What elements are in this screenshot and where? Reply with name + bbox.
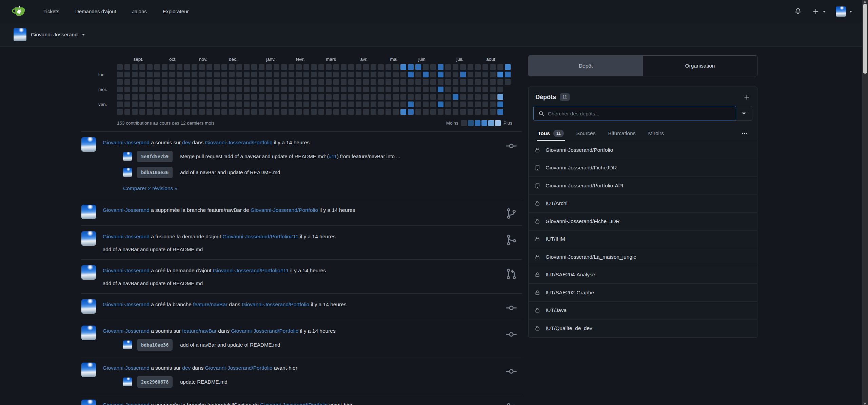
- navbar-item-explorateur[interactable]: Explorateur: [163, 8, 189, 14]
- heatmap-cell: [356, 87, 361, 92]
- repo-list-item[interactable]: IUT/IHM: [529, 231, 757, 248]
- repo-filter-more-button[interactable]: [741, 130, 748, 137]
- feed-link[interactable]: feature/navBar: [193, 301, 228, 307]
- repo-search-input[interactable]: [548, 111, 731, 116]
- actor-avatar[interactable]: [81, 326, 96, 340]
- repo-filter-bifurcations[interactable]: Bifurcations: [608, 126, 635, 141]
- feed-link[interactable]: Giovanni-Josserand/Portfolio: [260, 402, 328, 405]
- actor-avatar[interactable]: [81, 400, 96, 405]
- feed-link[interactable]: Giovanni-Josserand/Portfolio: [205, 140, 273, 145]
- feed-entry-header: Giovanni-Josserand a supprimée la branch…: [103, 206, 500, 214]
- heatmap-cell: [333, 87, 339, 92]
- commit-hash[interactable]: 2ec2960678: [137, 376, 173, 388]
- navbar-item-tickets[interactable]: Tickets: [43, 8, 59, 14]
- feed-link[interactable]: Giovanni-Josserand: [103, 140, 150, 145]
- actor-avatar[interactable]: [81, 363, 96, 377]
- gitea-logo[interactable]: [12, 4, 26, 19]
- heatmap-day-label: mer.: [98, 87, 107, 92]
- feed-link[interactable]: Giovanni-Josserand/Portfolio: [242, 301, 309, 307]
- actor-avatar[interactable]: [81, 231, 96, 246]
- compare-revisions-link[interactable]: Comparer 2 révisions »: [123, 185, 177, 192]
- scrollbar-down-arrow-icon[interactable]: [863, 403, 867, 405]
- scrollbar-thumb[interactable]: [863, 4, 867, 74]
- user-avatar: [836, 6, 846, 17]
- repo-filter-sources[interactable]: Sources: [576, 126, 596, 141]
- navbar-item-demandes-d-ajout[interactable]: Demandes d'ajout: [75, 8, 116, 14]
- repo-list-item[interactable]: IUT/SAE202-Graphe: [529, 284, 757, 302]
- actor-avatar[interactable]: [81, 299, 96, 314]
- repo-list-item[interactable]: IUT/SAE204-Analyse: [529, 266, 757, 284]
- heatmap-cell: [423, 102, 429, 107]
- feed-link[interactable]: Giovanni-Josserand: [103, 268, 150, 273]
- feed-link[interactable]: Giovanni-Josserand: [103, 365, 150, 371]
- heatmap-cell: [192, 87, 197, 92]
- heatmap-cell: [497, 79, 503, 85]
- feed-link[interactable]: Giovanni-Josserand/Portfolio#11: [213, 268, 289, 273]
- actor-avatar[interactable]: [81, 137, 96, 152]
- repo-filter-tous[interactable]: Tous11: [538, 126, 564, 141]
- heatmap-cell: [378, 102, 384, 107]
- commit-hash[interactable]: 5e8fd5e7b9: [137, 151, 173, 162]
- repo-list-item[interactable]: Giovanni-Josserand/Portfolio: [529, 141, 757, 159]
- feed-link[interactable]: Giovanni-Josserand/Portfolio#11: [222, 234, 298, 239]
- feed-link[interactable]: Giovanni-Josserand: [103, 207, 150, 213]
- heatmap-cell: [453, 64, 458, 70]
- heatmap-cell: [348, 87, 354, 92]
- heatmap-cell: [482, 102, 488, 107]
- heatmap-cell: [274, 79, 279, 85]
- feed-link[interactable]: feature/navBar: [182, 328, 217, 334]
- heatmap-cell: [206, 94, 212, 100]
- heatmap-cell: [177, 109, 182, 115]
- tab-d-p-t[interactable]: Dépôt: [529, 56, 643, 76]
- repo-list-item[interactable]: Giovanni-Josserand/Fiche_JDR: [529, 213, 757, 231]
- feed-link[interactable]: dev: [182, 140, 191, 145]
- actor-avatar[interactable]: [81, 205, 96, 219]
- heatmap-grid[interactable]: [117, 64, 511, 115]
- create-new-button[interactable]: [812, 8, 826, 15]
- feed-link[interactable]: Giovanni-Josserand: [103, 301, 150, 307]
- new-repo-button[interactable]: [743, 94, 750, 101]
- feed-link[interactable]: Giovanni-Josserand/Portfolio: [231, 328, 298, 334]
- feed-link[interactable]: #11: [329, 153, 337, 159]
- heatmap-cell: [326, 72, 332, 77]
- heatmap-cell: [445, 87, 451, 92]
- context-switcher[interactable]: Giovanni-Josserand: [14, 28, 85, 41]
- repo-list-item[interactable]: Giovanni-Josserand/FicheJDR: [529, 159, 757, 177]
- heatmap-cell: [147, 109, 153, 115]
- navbar-item-jalons[interactable]: Jalons: [132, 8, 146, 14]
- heatmap-cell: [274, 72, 279, 77]
- heatmap-cell: [296, 94, 302, 100]
- user-menu[interactable]: [836, 6, 852, 17]
- heatmap-cell: [266, 109, 272, 115]
- repo-list-item[interactable]: IUT/Archi: [529, 195, 757, 213]
- feed-link[interactable]: Giovanni-Josserand: [103, 234, 150, 239]
- repo-list-item[interactable]: IUT/Java: [529, 302, 757, 320]
- feed-link[interactable]: Giovanni-Josserand: [103, 402, 150, 405]
- heatmap-cell: [266, 79, 272, 85]
- feed-link[interactable]: dev: [182, 365, 191, 371]
- feed-link[interactable]: Giovanni-Josserand/Portfolio: [251, 207, 318, 213]
- repo-list-item[interactable]: Giovanni-Josserand/Portfolio-API: [529, 177, 757, 195]
- heatmap-cell: [229, 79, 235, 85]
- page-scrollbar[interactable]: [862, 0, 868, 405]
- scrollbar-up-arrow-icon[interactable]: [863, 1, 867, 3]
- heatmap-cell: [386, 79, 391, 85]
- tab-organisation[interactable]: Organisation: [643, 56, 757, 76]
- repo-filter-miroirs[interactable]: Miroirs: [648, 126, 664, 141]
- actor-avatar[interactable]: [81, 265, 96, 280]
- feed-entry-header: Giovanni-Josserand a soumis sur dev dans…: [103, 139, 500, 146]
- heatmap-cell: [423, 87, 429, 92]
- heatmap-cell: [356, 72, 361, 77]
- heatmap-cell: [199, 64, 205, 70]
- heatmap-cell: [296, 72, 302, 77]
- heatmap-month-label: mars: [326, 57, 336, 62]
- repo-list-item[interactable]: IUT/Qualite_de_dev: [529, 319, 757, 337]
- commit-hash[interactable]: bdba10ae36: [137, 339, 173, 351]
- commit-hash[interactable]: bdba10ae36: [137, 167, 173, 178]
- feed-link[interactable]: Giovanni-Josserand: [103, 328, 150, 334]
- notifications-button[interactable]: [794, 7, 802, 15]
- repo-filter-button[interactable]: [736, 106, 752, 121]
- feed-link[interactable]: Giovanni-Josserand/Portfolio: [205, 365, 273, 371]
- repo-name: Giovanni-Josserand/La_maison_jungle: [546, 254, 636, 260]
- repo-list-item[interactable]: Giovanni-Josserand/La_maison_jungle: [529, 248, 757, 266]
